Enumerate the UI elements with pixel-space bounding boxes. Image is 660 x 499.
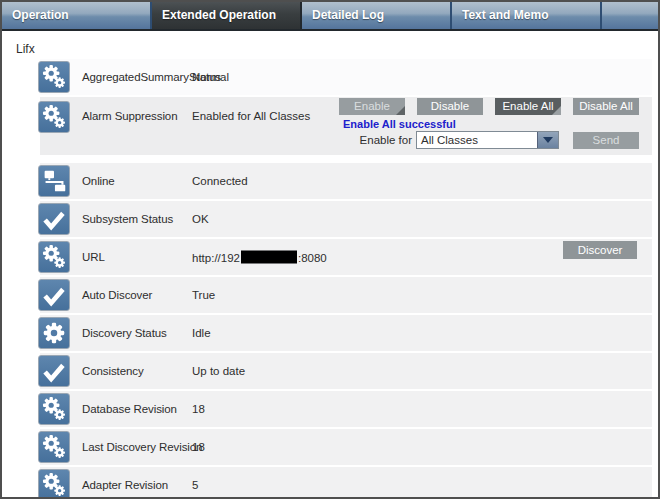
tab-operation[interactable]: Operation (2, 2, 152, 29)
row-auto-discover: Auto Discover True (40, 277, 652, 313)
row-label: Online (82, 175, 115, 187)
redaction-box (241, 251, 297, 264)
row-value: Normal (192, 71, 229, 83)
row-label: Last Discovery Revision (82, 441, 202, 453)
gears-icon (38, 393, 70, 425)
enable-button[interactable]: Enable (339, 98, 405, 115)
row-discovery-status: Discovery Status Idle (40, 315, 652, 351)
gears-icon (38, 241, 70, 273)
row-database-revision: Database Revision 18 (40, 391, 652, 427)
network-icon (38, 165, 70, 197)
row-value: Connected (192, 175, 248, 187)
enable-for-label: Enable for (336, 134, 412, 146)
row-value: OK (192, 213, 209, 225)
row-url: URL http://192:8080 Discover (40, 239, 652, 275)
row-value: 5 (192, 479, 198, 491)
row-label: Alarm Suppression (82, 110, 177, 122)
row-value: True (192, 289, 215, 301)
row-value: Up to date (192, 365, 245, 377)
discover-button[interactable]: Discover (563, 241, 637, 259)
tab-text-and-memo[interactable]: Text and Memo (452, 2, 602, 29)
dropdown-selected-value: All Classes (421, 132, 478, 148)
check-icon (38, 203, 70, 235)
gears-icon (38, 431, 70, 463)
row-label: Auto Discover (82, 289, 152, 301)
chevron-down-icon[interactable] (537, 132, 558, 148)
send-button[interactable]: Send (573, 132, 639, 149)
row-aggregated-summary-status: AggregatedSummaryStatus Normal (40, 59, 652, 95)
enable-for-dropdown[interactable]: All Classes (416, 131, 559, 149)
tab-detailed-log[interactable]: Detailed Log (302, 2, 452, 29)
disable-button[interactable]: Disable (417, 98, 483, 115)
page-title: Lifx (16, 42, 35, 56)
row-alarm-suppression: Alarm Suppression Enabled for All Classe… (40, 97, 652, 155)
row-value: Idle (192, 327, 211, 339)
url-value: http://192:8080 (192, 251, 327, 264)
row-consistency: Consistency Up to date (40, 353, 652, 389)
row-value: 18 (192, 403, 205, 415)
row-subsystem-status: Subsystem Status OK (40, 201, 652, 237)
row-adapter-revision: Adapter Revision 5 (40, 467, 652, 499)
extended-operation-window: Operation Extended Operation Detailed Lo… (0, 0, 660, 499)
row-label: Discovery Status (82, 327, 167, 339)
check-icon (38, 279, 70, 311)
tab-extended-operation[interactable]: Extended Operation (152, 2, 302, 29)
disable-all-button[interactable]: Disable All (573, 98, 639, 115)
gears-icon (38, 61, 70, 93)
row-value: 18 (192, 441, 205, 453)
row-label: URL (82, 251, 105, 263)
property-rows: AggregatedSummaryStatus Normal Alarm Sup… (40, 59, 652, 499)
row-label: Database Revision (82, 403, 177, 415)
check-icon (38, 355, 70, 387)
row-value: Enabled for All Classes (192, 110, 310, 122)
row-label: Subsystem Status (82, 213, 173, 225)
enable-all-button[interactable]: Enable All (495, 98, 561, 115)
enable-all-successful-link[interactable]: Enable All successful (343, 118, 456, 130)
gear-icon (38, 317, 70, 349)
row-label: Adapter Revision (82, 479, 168, 491)
gears-icon (38, 469, 70, 499)
tab-bar: Operation Extended Operation Detailed Lo… (2, 2, 658, 31)
gears-icon (38, 101, 70, 133)
row-label: Consistency (82, 365, 144, 377)
row-last-discovery-revision: Last Discovery Revision 18 (40, 429, 652, 465)
row-online: Online Connected (40, 163, 652, 199)
